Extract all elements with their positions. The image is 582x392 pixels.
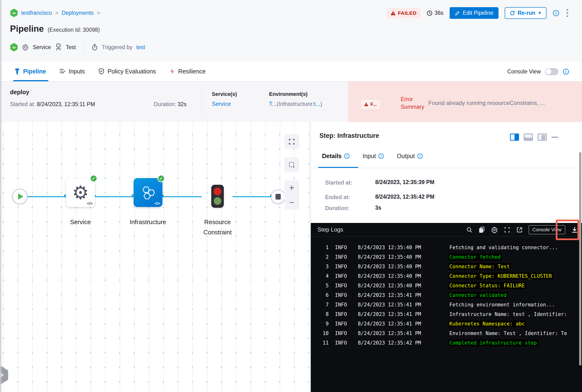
success-check-icon: ✓ bbox=[90, 175, 97, 182]
pencil-icon bbox=[455, 10, 460, 16]
zoom-out-button[interactable]: − bbox=[289, 198, 294, 207]
error-summary-zone: F... Error Summary Found already running… bbox=[348, 82, 582, 122]
layout-bottom-split-button[interactable] bbox=[524, 134, 533, 141]
log-level: INFO bbox=[335, 292, 349, 298]
log-open-new-tab-button[interactable] bbox=[516, 226, 523, 233]
stopwatch-icon bbox=[91, 44, 98, 51]
log-copy-button[interactable] bbox=[478, 226, 485, 234]
pipeline-icon bbox=[14, 68, 20, 75]
divider bbox=[202, 88, 202, 116]
fullscreen-icon bbox=[504, 226, 510, 233]
breadcrumb-deployments[interactable]: Deployments bbox=[62, 10, 94, 16]
service-link[interactable]: Service bbox=[212, 100, 231, 107]
log-level: INFO bbox=[335, 273, 349, 279]
edge-connector bbox=[95, 196, 134, 197]
step-ended-label: Ended at: bbox=[325, 194, 350, 200]
svg-text:∞: ∞ bbox=[13, 45, 16, 50]
warning-icon bbox=[364, 102, 368, 106]
edge-connector bbox=[24, 196, 67, 197]
log-message: Connector Type: KUBERNETES_CLUSTER bbox=[448, 273, 553, 280]
clock-icon bbox=[426, 10, 433, 16]
app-window: ∞ testfrancisco > Deployments > FAILED 3… bbox=[0, 0, 582, 392]
log-download-button[interactable] bbox=[571, 226, 578, 234]
log-console-view-button[interactable]: Console View bbox=[528, 225, 565, 234]
log-line-number: 2 bbox=[311, 254, 329, 260]
canvas-zoom-control: + − bbox=[284, 180, 299, 210]
service-name[interactable]: Service bbox=[33, 44, 51, 50]
console-view-toggle[interactable] bbox=[545, 68, 558, 75]
pipeline-canvas[interactable]: ⚙ ✓ </> ✓ </> Service Infrastructure Res… bbox=[0, 122, 311, 392]
environments-label: Environment(s) bbox=[269, 91, 322, 97]
log-line-number: 7 bbox=[311, 302, 329, 308]
tab-resilience[interactable]: Resilience bbox=[169, 61, 206, 81]
breadcrumb-project[interactable]: testfrancisco bbox=[21, 10, 52, 16]
node-resource-constraint[interactable] bbox=[211, 185, 224, 208]
search-icon bbox=[466, 226, 473, 233]
log-level: INFO bbox=[335, 340, 349, 346]
edit-pipeline-button[interactable]: Edit Pipeline bbox=[450, 7, 498, 19]
log-message: Connector fetched bbox=[448, 254, 502, 260]
code-icon: </> bbox=[87, 201, 93, 206]
fullscreen-icon bbox=[288, 138, 295, 145]
harness-cd-icon: ∞ bbox=[10, 8, 18, 17]
tab-input[interactable]: Input bbox=[363, 152, 384, 160]
node-infrastructure[interactable]: ✓ </> bbox=[134, 178, 162, 207]
console-view-label: Console View bbox=[507, 68, 541, 75]
log-search-button[interactable] bbox=[466, 226, 473, 233]
collapsed-sidenav-edge bbox=[0, 0, 3, 392]
zoom-in-button[interactable]: + bbox=[289, 184, 294, 192]
breadcrumb-separator: > bbox=[97, 10, 100, 16]
status-badge: FAILED bbox=[387, 8, 420, 18]
shield-check-icon bbox=[98, 68, 105, 75]
log-timestamp: 8/24/2023 12:35:42 PM bbox=[358, 340, 429, 346]
tab-policy-evaluations[interactable]: Policy Evaluations bbox=[98, 61, 156, 81]
chevron-down-icon: ▼ bbox=[538, 11, 542, 16]
environment-name[interactable]: Test bbox=[66, 44, 76, 50]
info-icon[interactable] bbox=[553, 10, 559, 16]
execution-id: (Execution Id: 30098) bbox=[48, 27, 100, 33]
log-line: 9INFO8/24/2023 12:35:41 PMKubernetes Nam… bbox=[311, 319, 582, 328]
stage-name[interactable]: deploy bbox=[10, 89, 29, 96]
environment-link[interactable]: T... bbox=[269, 100, 277, 107]
layout-floating-button[interactable] bbox=[538, 134, 547, 141]
log-level: INFO bbox=[335, 264, 349, 270]
tab-inputs[interactable]: Inputs bbox=[59, 61, 85, 81]
panel-scrollbar[interactable] bbox=[579, 152, 581, 366]
end-node[interactable] bbox=[271, 190, 285, 204]
error-summary-text: Found already running resourceConstrains… bbox=[428, 100, 574, 106]
more-options-menu[interactable] bbox=[565, 8, 569, 18]
log-line: 10INFO8/24/2023 12:35:41 PMEnvironment N… bbox=[311, 328, 582, 338]
tab-details[interactable]: Details bbox=[322, 152, 350, 160]
tab-output[interactable]: Output bbox=[397, 152, 423, 160]
canvas-fullscreen-button[interactable] bbox=[284, 134, 299, 149]
canvas-select-button[interactable] bbox=[284, 157, 299, 172]
node-service[interactable]: ⚙ ✓ </> bbox=[66, 178, 95, 207]
tab-pipeline[interactable]: Pipeline bbox=[14, 61, 46, 81]
layout-right-split-button[interactable] bbox=[510, 134, 519, 141]
edge-connector bbox=[233, 196, 273, 197]
log-line-number: 8 bbox=[311, 312, 329, 317]
log-fullscreen-button[interactable] bbox=[504, 226, 510, 233]
log-lines[interactable]: 1INFO8/24/2023 12:35:40 PMFetching and v… bbox=[311, 236, 582, 392]
info-icon bbox=[417, 153, 423, 159]
log-line-number: 9 bbox=[311, 321, 329, 327]
edge-connector bbox=[163, 196, 202, 197]
duration-label: Duration: bbox=[154, 101, 176, 107]
log-line-number: 10 bbox=[311, 330, 329, 336]
info-icon[interactable] bbox=[563, 68, 569, 75]
infrastructure-link[interactable]: t... bbox=[314, 100, 320, 107]
duration-value: 32s bbox=[178, 101, 187, 107]
step-started-label: Started at: bbox=[325, 180, 352, 186]
triggered-by-label: Triggered by bbox=[102, 44, 132, 50]
triggered-by-user[interactable]: test bbox=[136, 44, 145, 50]
start-node[interactable] bbox=[12, 189, 28, 204]
code-icon: </> bbox=[154, 201, 160, 206]
log-settings-button[interactable] bbox=[491, 226, 498, 234]
divider bbox=[311, 168, 582, 168]
started-at-label: Started at: bbox=[10, 101, 35, 107]
error-badge: F... bbox=[361, 100, 380, 109]
download-icon bbox=[571, 226, 578, 234]
log-level: INFO bbox=[335, 330, 349, 336]
rerun-button[interactable]: Re-run ▼ bbox=[505, 7, 546, 19]
minimize-panel-button[interactable] bbox=[551, 137, 558, 138]
